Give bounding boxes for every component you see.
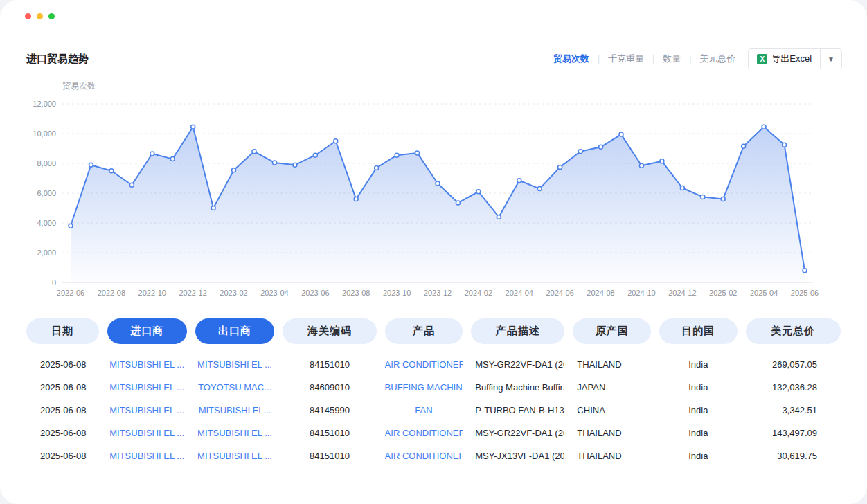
metric-tab-separator: | [652,54,654,64]
header-row: 进口贸易趋势 贸易次数|千克重量|数量|美元总价 导出Excel ▼ [26,48,842,69]
svg-text:2022-06: 2022-06 [57,289,84,297]
maximize-window-icon[interactable] [48,13,55,19]
cell-exporter-link[interactable]: TOYOTSU MAC... [195,382,275,393]
cell-date: 2025-06-08 [26,428,99,438]
svg-text:2023-08: 2023-08 [342,289,370,297]
filter-pill[interactable]: 日期 [26,318,99,344]
cell-date: 2025-06-08 [26,451,99,461]
svg-text:2023-04: 2023-04 [260,289,288,297]
cell-destination-country: India [659,359,738,370]
svg-text:2023-06: 2023-06 [301,289,329,297]
cell-date: 2025-06-08 [26,382,99,393]
cell-description: MSY-JX13VF-DA1 (20D... [471,451,564,461]
cell-description: MSY-GR22VF-DA1 (20... [471,359,564,370]
cell-origin-country: THAILAND [573,451,651,461]
svg-text:2024-04: 2024-04 [506,289,533,297]
metric-tab-separator: | [689,54,691,64]
cell-hs-code: 84151010 [283,451,376,461]
column-filter-pills: 日期进口商出口商海关编码产品产品描述原产国目的国美元总价 [26,318,841,344]
cell-importer-link[interactable]: MITSUBISHI EL ... [107,359,187,370]
metric-tab-3[interactable]: 数量 [661,53,682,65]
svg-text:2024-12: 2024-12 [668,289,696,297]
svg-text:2024-02: 2024-02 [465,289,492,297]
svg-text:2024-06: 2024-06 [546,289,573,297]
cell-hs-code: 84151010 [283,359,376,370]
excel-icon [757,54,767,64]
metric-tab-4[interactable]: 美元总价 [698,53,737,65]
metric-tabs: 贸易次数|千克重量|数量|美元总价 [552,53,737,65]
cell-date: 2025-06-08 [26,359,99,370]
svg-text:2024-10: 2024-10 [627,289,655,297]
filter-pill[interactable]: 美元总价 [746,318,841,344]
cell-product-link[interactable]: AIR CONDITIONER [385,359,463,370]
svg-text:2022-10: 2022-10 [138,289,166,297]
cell-importer-link[interactable]: MITSUBISHI EL ... [107,405,187,415]
cell-exporter-link[interactable]: MITSUBISHI EL ... [195,428,275,438]
svg-text:8,000: 8,000 [37,159,56,168]
svg-text:6,000: 6,000 [37,189,56,197]
svg-text:2,000: 2,000 [37,249,56,257]
filter-pill[interactable]: 目的国 [659,318,738,344]
trade-trend-chart: 02,0004,0006,0008,00010,00012,000贸易次数202… [26,78,842,306]
cell-total-usd: 143,497.09 [746,428,841,438]
cell-hs-code: 84145990 [283,405,376,415]
cell-importer-link[interactable]: MITSUBISHI EL ... [107,451,187,461]
svg-text:12,000: 12,000 [33,100,56,108]
table-row: 2025-06-08 MITSUBISHI EL ... MITSUBISHI … [26,399,841,422]
table-row: 2025-06-08 MITSUBISHI EL ... MITSUBISHI … [26,444,841,467]
close-window-icon[interactable] [25,13,31,19]
cell-hs-code: 84151010 [283,428,376,438]
window-card: 进口贸易趋势 贸易次数|千克重量|数量|美元总价 导出Excel ▼ 02,00… [0,0,867,504]
export-excel-button[interactable]: 导出Excel ▼ [748,48,842,69]
metric-tab-separator: | [598,54,600,64]
svg-text:2025-06: 2025-06 [791,289,819,297]
filter-pill[interactable]: 产品 [385,318,463,344]
cell-exporter-link[interactable]: MITSUBISHI EL... [195,405,275,415]
metric-tab-1[interactable]: 贸易次数 [552,53,591,65]
filter-pill[interactable]: 进口商 [107,318,187,344]
minimize-window-icon[interactable] [37,13,43,19]
cell-product-link[interactable]: AIR CONDITIONER [385,451,463,461]
trade-records-table: 2025-06-08 MITSUBISHI EL ... MITSUBISHI … [26,353,841,467]
cell-origin-country: THAILAND [573,428,651,438]
svg-text:2023-12: 2023-12 [424,289,452,297]
cell-product-link[interactable]: FAN [385,405,463,415]
table-row: 2025-06-08 MITSUBISHI EL ... MITSUBISHI … [26,353,841,376]
cell-description: P-TURBO FAN-B-H13 ... [471,405,564,415]
cell-destination-country: India [659,428,738,438]
filter-pill[interactable]: 原产国 [573,318,651,344]
chevron-down-icon[interactable]: ▼ [821,55,841,63]
cell-importer-link[interactable]: MITSUBISHI EL ... [107,382,187,393]
cell-description: Buffing Machine Buffir... [471,382,564,393]
filter-pill[interactable]: 产品描述 [471,318,564,344]
cell-origin-country: CHINA [573,405,651,415]
svg-text:0: 0 [52,278,56,287]
svg-text:2022-08: 2022-08 [98,289,125,297]
cell-exporter-link[interactable]: MITSUBISHI EL ... [195,359,275,370]
cell-exporter-link[interactable]: MITSUBISHI EL ... [195,451,275,461]
cell-total-usd: 3,342.51 [746,405,841,415]
export-excel-label: 导出Excel [771,53,812,65]
svg-text:2024-08: 2024-08 [587,289,614,297]
cell-total-usd: 30,619.75 [746,451,841,461]
svg-text:2025-04: 2025-04 [750,289,778,297]
cell-hs-code: 84609010 [283,382,376,393]
cell-destination-country: India [659,405,738,415]
filter-pill[interactable]: 海关编码 [283,318,376,344]
table-row: 2025-06-08 MITSUBISHI EL ... MITSUBISHI … [26,422,841,444]
window-traffic-lights [25,13,55,19]
cell-product-link[interactable]: AIR CONDITIONER [385,428,463,438]
cell-total-usd: 269,057.05 [746,359,841,370]
cell-total-usd: 132,036.28 [746,382,841,393]
svg-text:贸易次数: 贸易次数 [62,81,96,91]
svg-text:4,000: 4,000 [37,219,56,227]
metric-tab-2[interactable]: 千克重量 [607,53,645,65]
cell-description: MSY-GR22VF-DA1 (20... [471,428,564,438]
cell-origin-country: THAILAND [573,359,651,370]
svg-text:10,000: 10,000 [33,129,56,138]
cell-date: 2025-06-08 [26,405,99,415]
filter-pill[interactable]: 出口商 [195,318,275,344]
cell-importer-link[interactable]: MITSUBISHI EL ... [107,428,187,438]
header-right: 贸易次数|千克重量|数量|美元总价 导出Excel ▼ [552,48,842,69]
cell-product-link[interactable]: BUFFING MACHINE [385,382,463,393]
